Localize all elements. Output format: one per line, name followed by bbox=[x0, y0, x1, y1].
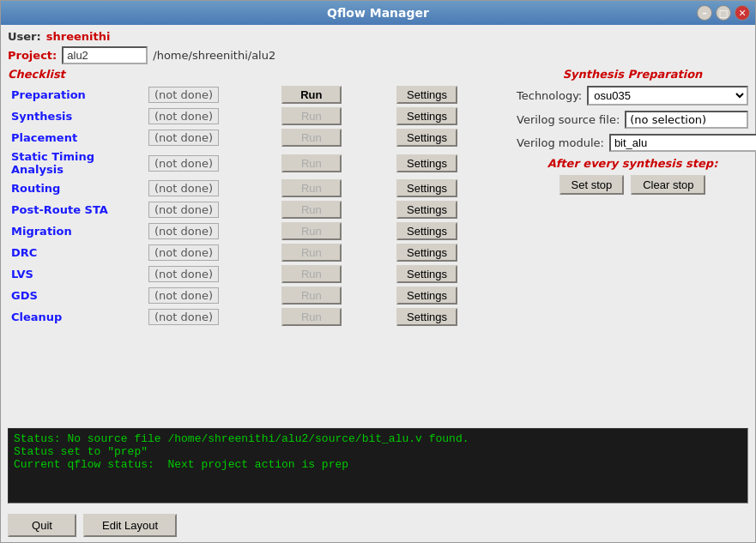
step-name-lvs[interactable]: LVS bbox=[8, 263, 145, 285]
checklist-table: Preparation(not done)RunSettingsSynthesi… bbox=[8, 84, 510, 328]
quit-button[interactable]: Quit bbox=[8, 514, 76, 537]
user-row: User: shreenithi bbox=[8, 30, 748, 43]
step-name-gds[interactable]: GDS bbox=[8, 285, 145, 306]
run-button-7[interactable]: Run bbox=[281, 244, 342, 262]
technology-label: Technology: bbox=[517, 89, 582, 102]
verilog-source-value: (no selection) bbox=[625, 111, 748, 129]
step-name-migration[interactable]: Migration bbox=[8, 220, 145, 242]
settings-button-3[interactable]: Settings bbox=[396, 154, 457, 172]
settings-button-5[interactable]: Settings bbox=[396, 201, 457, 219]
user-name: shreenithi bbox=[46, 30, 111, 43]
after-synthesis-label: After every synthesis step: bbox=[517, 157, 748, 170]
settings-button-7[interactable]: Settings bbox=[396, 244, 457, 262]
step-status-3: (not done) bbox=[148, 155, 219, 172]
step-status-1: (not done) bbox=[148, 108, 219, 124]
table-row: Preparation(not done)RunSettings bbox=[8, 84, 510, 106]
settings-button-2[interactable]: Settings bbox=[396, 129, 457, 147]
step-status-0: (not done) bbox=[148, 87, 219, 103]
window-title: Qflow Manager bbox=[327, 6, 429, 20]
run-button-2[interactable]: Run bbox=[281, 129, 342, 147]
maximize-button[interactable]: □ bbox=[716, 5, 731, 21]
table-row: Placement(not done)RunSettings bbox=[8, 127, 510, 148]
table-row: Static Timing Analysis(not done)RunSetti… bbox=[8, 148, 510, 178]
step-status-6: (not done) bbox=[148, 223, 219, 239]
project-label: Project: bbox=[8, 49, 57, 62]
run-button-1[interactable]: Run bbox=[281, 107, 342, 125]
set-stop-button[interactable]: Set stop bbox=[559, 175, 625, 195]
step-name-cleanup[interactable]: Cleanup bbox=[8, 306, 145, 328]
bottom-bar: Quit Edit Layout bbox=[8, 510, 748, 539]
step-name-post-route-sta[interactable]: Post-Route STA bbox=[8, 199, 145, 220]
table-row: DRC(not done)RunSettings bbox=[8, 242, 510, 263]
table-row: Post-Route STA(not done)RunSettings bbox=[8, 199, 510, 220]
verilog-source-label: Verilog source file: bbox=[517, 113, 620, 126]
step-status-7: (not done) bbox=[148, 244, 219, 261]
table-row: Migration(not done)RunSettings bbox=[8, 220, 510, 242]
step-status-5: (not done) bbox=[148, 202, 219, 218]
step-status-9: (not done) bbox=[148, 287, 219, 304]
synthesis-prep-title: Synthesis Preparation bbox=[517, 68, 748, 81]
settings-button-8[interactable]: Settings bbox=[396, 265, 457, 283]
edit-layout-button[interactable]: Edit Layout bbox=[83, 514, 177, 537]
main-content: User: shreenithi Project: /home/shreenit… bbox=[1, 25, 755, 542]
step-name-placement[interactable]: Placement bbox=[8, 127, 145, 148]
run-button-10[interactable]: Run bbox=[281, 308, 342, 326]
main-window: Qflow Manager – □ ✕ User: shreenithi Pro… bbox=[0, 0, 756, 543]
settings-button-10[interactable]: Settings bbox=[396, 308, 457, 326]
body-area: Checklist Preparation(not done)RunSettin… bbox=[8, 68, 748, 425]
step-name-preparation[interactable]: Preparation bbox=[8, 84, 145, 106]
step-name-routing[interactable]: Routing bbox=[8, 178, 145, 199]
table-row: Synthesis(not done)RunSettings bbox=[8, 106, 510, 127]
run-button-3[interactable]: Run bbox=[281, 154, 342, 172]
project-path: /home/shreenithi/alu2 bbox=[153, 49, 275, 62]
title-bar-controls: – □ ✕ bbox=[697, 5, 750, 21]
run-button-8[interactable]: Run bbox=[281, 265, 342, 283]
settings-button-1[interactable]: Settings bbox=[396, 107, 457, 125]
project-row: Project: /home/shreenithi/alu2 bbox=[8, 46, 748, 64]
run-button-9[interactable]: Run bbox=[281, 287, 342, 305]
verilog-module-label: Verilog module: bbox=[517, 136, 604, 149]
stop-buttons: Set stop Clear stop bbox=[517, 175, 748, 195]
run-button-5[interactable]: Run bbox=[281, 201, 342, 219]
table-row: Routing(not done)RunSettings bbox=[8, 178, 510, 199]
verilog-module-row: Verilog module: bbox=[517, 134, 748, 152]
settings-button-9[interactable]: Settings bbox=[396, 287, 457, 305]
technology-select[interactable]: osu035 bbox=[587, 86, 748, 106]
right-panel: Synthesis Preparation Technology: osu035… bbox=[517, 68, 748, 425]
verilog-module-input[interactable] bbox=[609, 134, 756, 152]
step-status-4: (not done) bbox=[148, 180, 219, 196]
user-label: User: bbox=[8, 30, 41, 43]
technology-row: Technology: osu035 bbox=[517, 86, 748, 106]
step-status-10: (not done) bbox=[148, 309, 219, 325]
step-status-2: (not done) bbox=[148, 130, 219, 146]
step-status-8: (not done) bbox=[148, 266, 219, 282]
project-name-input[interactable] bbox=[62, 46, 148, 64]
minimize-button[interactable]: – bbox=[697, 5, 712, 21]
table-row: LVS(not done)RunSettings bbox=[8, 263, 510, 285]
status-area[interactable]: Status: No source file /home/shreenithi/… bbox=[8, 428, 748, 504]
clear-stop-button[interactable]: Clear stop bbox=[631, 175, 705, 195]
left-panel: Checklist Preparation(not done)RunSettin… bbox=[8, 68, 510, 425]
run-button-4[interactable]: Run bbox=[281, 179, 342, 197]
verilog-source-row: Verilog source file: (no selection) bbox=[517, 111, 748, 129]
step-name-drc[interactable]: DRC bbox=[8, 242, 145, 263]
settings-button-6[interactable]: Settings bbox=[396, 222, 457, 240]
settings-button-0[interactable]: Settings bbox=[396, 86, 457, 104]
title-bar: Qflow Manager – □ ✕ bbox=[1, 1, 755, 25]
table-row: Cleanup(not done)RunSettings bbox=[8, 306, 510, 328]
settings-button-4[interactable]: Settings bbox=[396, 179, 457, 197]
step-name-synthesis[interactable]: Synthesis bbox=[8, 106, 145, 127]
checklist-label: Checklist bbox=[8, 68, 510, 81]
table-row: GDS(not done)RunSettings bbox=[8, 285, 510, 306]
run-button-6[interactable]: Run bbox=[281, 222, 342, 240]
step-name-static-timing-analysis[interactable]: Static Timing Analysis bbox=[8, 148, 145, 178]
close-button[interactable]: ✕ bbox=[735, 5, 750, 21]
run-button-0[interactable]: Run bbox=[281, 86, 342, 104]
